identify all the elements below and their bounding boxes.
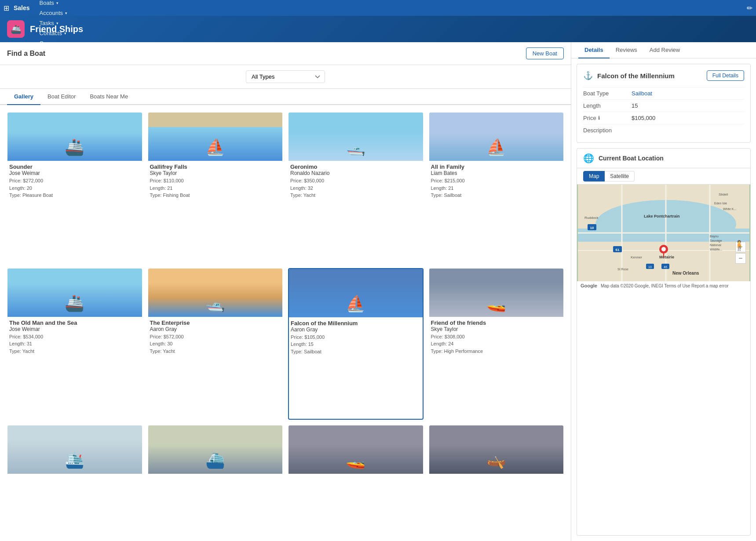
nav-item-boats[interactable]: Boats▾ [35,0,82,8]
boat-icon: 🚢 [65,138,84,156]
boat-card[interactable]: 🚢The Old Man and the SeaJose WeimarPrice… [7,268,142,420]
map-tab-satellite[interactable]: Satellite [605,171,635,182]
boat-icon: ⛵ [205,138,225,156]
app-icon-symbol: 🚢 [11,24,22,34]
detail-row: Description [583,124,744,136]
full-details-button[interactable]: Full Details [707,70,744,81]
app-header: 🚢 Friend Ships [0,16,756,42]
boat-card[interactable]: 🚤 [288,425,424,534]
boat-card[interactable]: 🚢SounderJose WeimarPrice: $272,000Length… [7,112,142,263]
boat-card[interactable]: ⛴️ [148,425,283,534]
app-icon: 🚢 [7,20,25,38]
detail-label: Boat Type [583,90,632,97]
boat-icon: 🛶 [486,451,506,469]
boat-card[interactable]: ⛵All in FamilyLiam BatesPrice: $215,000L… [429,112,564,263]
boat-card-info: All in FamilyLiam BatesPrice: $215,000Le… [429,161,564,203]
boat-card-image: 🚤 [289,425,423,474]
boat-card-image: 🛶 [429,425,564,474]
boat-card-owner: Jose Weimar [9,326,140,332]
map-tabs: MapSatellite [577,168,750,185]
find-boat-header: Find a Boat New Boat [0,42,571,65]
boat-card-owner: Ronaldo Nazario [290,170,421,176]
detail-tab-add-review[interactable]: Add Review [643,42,686,58]
boat-icon: ⛵ [486,138,506,156]
boat-card-detail: Price: $534,000Length: 31Type: Yacht [9,333,140,355]
boat-card[interactable]: 🛶 [429,425,564,534]
boat-icon: 🚤 [346,451,365,469]
svg-text:Metairie: Metairie [659,255,674,259]
type-filter-select[interactable]: All TypesSailboatYachtFishing BoatPleasu… [246,70,325,83]
edit-icon[interactable]: ✏ [747,4,752,12]
boat-card-detail: Price: $308,000Length: 24Type: High Perf… [431,333,562,355]
svg-text:St Rose: St Rose [617,268,628,271]
boat-card-detail: Price: $215,000Length: 21Type: Sailboat [431,177,562,199]
map-footer-text: Map data ©2020 Google, INEGI Terms of Us… [601,283,729,288]
boat-icon: 🚤 [486,294,506,312]
boat-card-owner: Skye Taylor [431,326,562,332]
boat-card-image: 🛳️ [7,425,142,474]
svg-text:10: 10 [648,265,652,269]
boat-card-name: Friend of the friends [431,320,562,326]
detail-value: $105,000 [632,115,655,121]
detail-label: Price ℹ [583,115,632,121]
boat-card[interactable]: 🛥️GeronimoRonaldo NazarioPrice: $350,000… [288,112,424,263]
map-container: 10 61 Ruddock Slidell Eden Isle White K.… [577,185,750,281]
detail-label: Description [583,127,632,134]
chevron-down-icon: ▾ [56,1,58,5]
boat-card[interactable]: ⛵Falcon of the MillenniumAaron GrayPrice… [288,268,424,420]
detail-tab-details[interactable]: Details [578,42,610,58]
boat-icon: 🛥️ [346,138,365,156]
info-icon[interactable]: ℹ [598,115,600,121]
detail-tab-reviews[interactable]: Reviews [610,42,643,58]
tab-boats-near-me[interactable]: Boats Near Me [83,89,135,105]
map-tab-map[interactable]: Map [583,171,605,182]
map-footer: Google Map data ©2020 Google, INEGI Term… [577,281,750,290]
boat-card-detail: Price: $350,000Length: 32Type: Yacht [290,177,421,199]
svg-text:New Orleans: New Orleans [672,271,699,276]
svg-text:White K...: White K... [723,207,736,211]
map-icon: 🌐 [583,153,594,163]
boat-card-detail: Price: $572,000Length: 30Type: Yacht [150,333,281,355]
zoom-out-button[interactable]: − [735,253,746,264]
svg-text:Ruddock: Ruddock [584,216,599,220]
chevron-down-icon: ▾ [65,11,67,15]
svg-text:Sauvage: Sauvage [710,239,722,243]
boat-icon: 🛳️ [65,451,84,469]
boat-card[interactable]: 🛥️The EnterpriseAaron GrayPrice: $572,00… [148,268,283,420]
boat-card-name: Falcon of the Millennium [291,320,421,327]
boat-card-image: 🚢 [7,113,142,161]
grid-icon[interactable]: ⊞ [4,4,9,12]
svg-text:Eden Isle: Eden Isle [714,202,727,205]
filter-bar: All TypesSailboatYachtFishing BoatPleasu… [0,65,571,89]
boat-card-image: 🛥️ [289,113,423,161]
boat-card-image: ⛵ [148,113,283,161]
tab-gallery[interactable]: Gallery [7,89,40,105]
new-boat-button[interactable]: New Boat [526,47,564,59]
boat-card[interactable]: 🚤Friend of the friendsSkye TaylorPrice: … [429,268,564,420]
svg-text:46: 46 [664,265,667,269]
boat-card-name: Geronimo [290,163,421,170]
find-boat-title: Find a Boat [7,50,45,58]
svg-text:Lake Pontchartrain: Lake Pontchartrain [644,214,680,218]
tab-boat-editor[interactable]: Boat Editor [40,89,83,105]
boat-card[interactable]: ⛵Gallifrey FallsSkye TaylorPrice: $110,0… [148,112,283,263]
app-name: Sales [14,4,30,11]
main-layout: Find a Boat New Boat All TypesSailboatYa… [0,42,756,541]
boat-card-name: Sounder [9,163,140,170]
boat-card-name: All in Family [431,163,562,170]
boat-card-owner: Skye Taylor [150,170,281,176]
boat-card-image: ⛴️ [148,425,283,474]
boat-card-image: 🛥️ [148,269,283,317]
nav-item-accounts[interactable]: Accounts▾ [35,8,82,18]
svg-point-31 [661,247,666,251]
detail-value[interactable]: Sailboat [632,90,652,97]
boat-details-title: ⚓ Falcon of the Millennium [583,71,675,80]
boat-card[interactable]: 🛳️ [7,425,142,534]
boat-details-title-row: ⚓ Falcon of the Millennium Full Details [583,70,744,81]
boat-card-info: Gallifrey FallsSkye TaylorPrice: $110,00… [148,161,283,203]
map-section: 🌐 Current Boat Location MapSatellite [577,148,751,536]
detail-row: Price ℹ$105,000 [583,112,744,124]
street-view-icon[interactable]: 🧍 [733,240,745,251]
svg-text:Wildlife...: Wildlife... [710,248,722,251]
boat-card-detail: Price: $105,000Length: 15Type: Sailboat [291,334,421,356]
